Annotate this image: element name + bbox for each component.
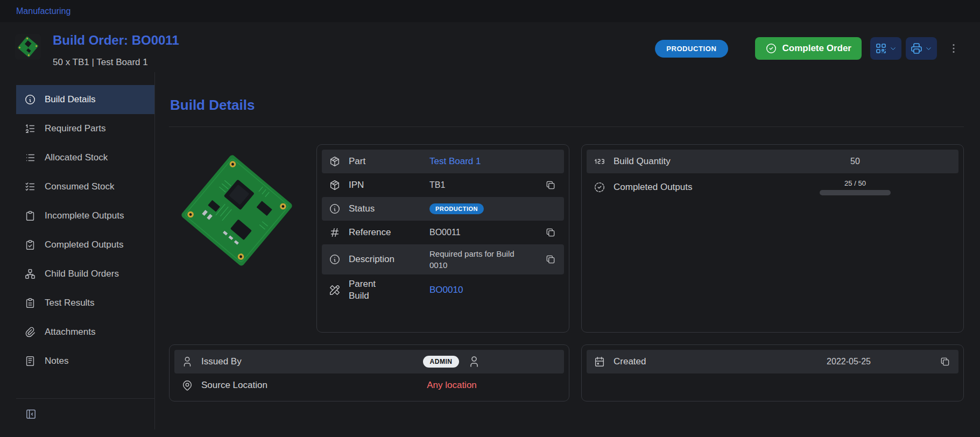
sidebar-footer [16,398,154,429]
copy-icon [940,356,950,367]
breadcrumb: Manufacturing [0,0,980,22]
qr-code-icon [875,42,887,55]
sidebar: Build Details Required Parts Allocated S… [16,72,155,429]
completed-outputs-progress: 25 / 50 [820,177,891,198]
reference-value: BO0011 [429,228,461,237]
sidebar-item-allocated-stock[interactable]: Allocated Stock [16,143,154,172]
details-panel: Part Test Board 1 IPN TB1 [316,144,569,333]
package-icon [329,179,349,191]
progress-label: 25 / 50 [844,179,866,187]
sidebar-item-label: Incomplete Outputs [45,210,124,221]
sidebar-item-incomplete-outputs[interactable]: Incomplete Outputs [16,201,154,230]
quantities-panel: Build Quantity 50 Completed Outputs 25 /… [581,144,964,333]
copy-icon [545,180,556,191]
page-title: Build Order: BO0011 [53,33,179,48]
sidebar-item-label: Allocated Stock [45,152,108,163]
copy-button[interactable] [544,253,557,266]
dots-vertical-icon [948,43,960,54]
issued-by-row: Issued By ADMIN [174,350,564,373]
chevron-down-icon [925,45,933,53]
overflow-menu-button[interactable] [946,40,962,57]
reference-label: Reference [349,227,429,238]
build-thumbnail-image [15,34,42,61]
breadcrumb-manufacturing-link[interactable]: Manufacturing [16,6,70,16]
main-panel: Build Details [155,72,980,429]
sidebar-collapse-button[interactable] [24,407,38,421]
status-badge: PRODUCTION [655,40,728,58]
sidebar-item-test-results[interactable]: Test Results [16,288,154,318]
complete-order-button[interactable]: Complete Order [755,37,862,60]
barcode-actions-button[interactable] [870,37,901,60]
detail-row-parent-build: Parent Build BO0010 [322,274,564,306]
list-icon [24,152,36,164]
sidebar-item-build-details[interactable]: Build Details [16,85,154,114]
paperclip-icon [24,326,36,338]
sidebar-item-label: Notes [45,356,68,366]
hash-icon [329,227,349,238]
circle-check-icon [765,43,777,54]
numbers-123-icon [594,156,614,167]
test-results-icon [24,297,36,309]
sidebar-item-label: Attachments [45,327,96,337]
clipboard-icon [24,210,36,222]
build-quantity-value: 50 [850,157,860,166]
user-icon [181,356,201,368]
issued-by-label: Issued By [201,356,347,367]
sidebar-item-label: Build Details [45,94,96,105]
calendar-icon [594,356,614,368]
info-circle-icon [329,203,349,215]
description-value: Required parts for Build 0010 [429,248,529,271]
source-location-value: Any location [427,380,477,391]
copy-button[interactable] [544,179,557,192]
sidebar-item-notes[interactable]: Notes [16,347,154,376]
created-value: 2022-05-25 [827,357,871,366]
sidebar-collapse-icon [25,408,37,420]
sidebar-item-label: Consumed Stock [45,181,114,192]
detail-row-status: Status PRODUCTION [322,197,564,221]
notes-icon [24,355,36,367]
copy-button[interactable] [939,355,951,368]
part-link[interactable]: Test Board 1 [429,156,481,167]
heading-divider [169,126,964,127]
page-subtitle: 50 x TB1 | Test Board 1 [53,57,179,68]
detail-row-reference: Reference BO0011 [322,221,564,244]
panel-heading: Build Details [170,97,964,114]
build-part-image [169,144,305,333]
title-block: Build Order: BO0011 50 x TB1 | Test Boar… [53,30,179,68]
parent-build-label: Parent Build [349,278,392,302]
build-quantity-label: Build Quantity [614,156,759,167]
sidebar-item-required-parts[interactable]: Required Parts [16,114,154,143]
clipboard-check-icon [24,239,36,251]
sidebar-item-label: Required Parts [45,123,105,134]
chevron-down-icon [889,45,897,53]
sidebar-item-attachments[interactable]: Attachments [16,318,154,347]
copy-button[interactable] [544,226,557,239]
progress-check-icon [594,181,614,193]
build-quantity-row: Build Quantity 50 [587,150,958,173]
sidebar-item-label: Test Results [45,298,95,308]
pcb-image-graphic [172,145,302,276]
sidebar-item-consumed-stock[interactable]: Consumed Stock [16,172,154,201]
sitemap-icon [24,268,36,280]
status-badge: PRODUCTION [429,203,484,214]
issued-by-value: ADMIN [423,355,481,368]
copy-icon [545,254,556,265]
parent-build-link[interactable]: BO0010 [429,285,463,295]
description-label: Description [349,254,429,265]
progress-track [820,190,891,195]
admin-badge: ADMIN [423,356,460,368]
info-circle-icon [329,253,349,265]
build-details-panels: Part Test Board 1 IPN TB1 [169,144,964,401]
print-actions-button[interactable] [906,37,937,60]
complete-order-label: Complete Order [782,43,851,54]
issued-panel: Issued By ADMIN Source Location Any l [169,344,569,401]
ipn-label: IPN [349,180,429,191]
sidebar-item-label: Child Build Orders [45,269,119,279]
tools-icon [329,284,349,296]
content-area: Build Details Required Parts Allocated S… [0,72,980,429]
source-location-row: Source Location Any location [174,373,564,397]
sidebar-item-completed-outputs[interactable]: Completed Outputs [16,230,154,259]
created-panel: Created 2022-05-25 [581,344,964,401]
sidebar-item-child-build-orders[interactable]: Child Build Orders [16,259,154,288]
completed-outputs-label: Completed Outputs [614,182,759,193]
